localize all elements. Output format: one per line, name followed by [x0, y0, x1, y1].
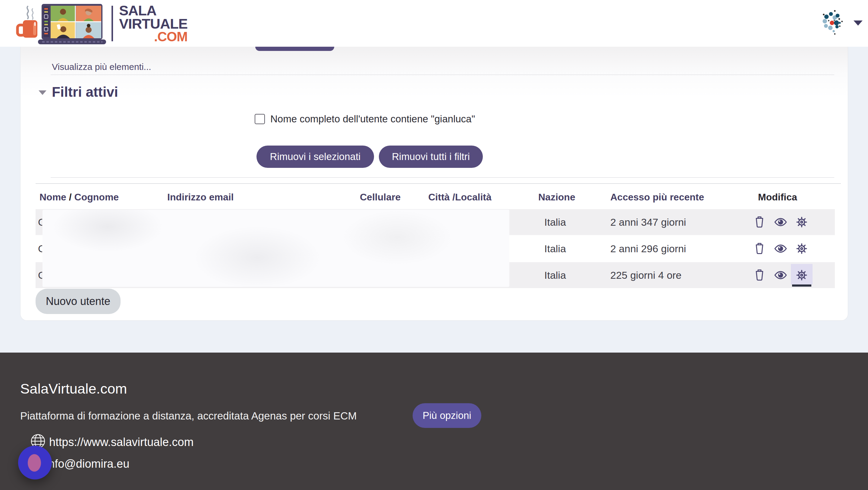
- page: SALA VIRTUALE .COM Visualizza più: [0, 0, 868, 490]
- cell-nazione: Italia: [544, 269, 566, 281]
- redacted-data-overlay: [42, 210, 509, 287]
- footer-title: SalaVirtuale.com: [20, 380, 127, 397]
- footer-website-link[interactable]: https://www.salavirtuale.com: [49, 436, 193, 449]
- divider: [51, 74, 834, 75]
- table-top-border: [36, 183, 841, 184]
- chat-floating-button-logo: [28, 454, 41, 471]
- footer-email-link[interactable]: info@diomira.eu: [46, 457, 129, 470]
- column-header-citta[interactable]: Città /Località: [428, 192, 492, 203]
- chat-floating-button[interactable]: [18, 446, 52, 480]
- trash-icon[interactable]: [753, 269, 766, 282]
- divider: [51, 177, 834, 178]
- new-user-button[interactable]: Nuovo utente: [36, 289, 121, 314]
- site-header: SALA VIRTUALE .COM: [0, 0, 868, 47]
- redacted-name-fragment: C: [38, 216, 42, 228]
- show-more-link[interactable]: Visualizza più elementi...: [52, 62, 151, 72]
- chevron-down-icon[interactable]: [854, 21, 863, 26]
- filter-checkbox-label: Nome completo dell'utente contiene "gian…: [270, 113, 475, 125]
- column-header-cellulare[interactable]: Cellulare: [360, 192, 401, 203]
- eye-icon[interactable]: [774, 242, 787, 255]
- column-header-email[interactable]: Indirizzo email: [167, 192, 234, 203]
- logo-text-line2: VIRTUALE: [119, 17, 187, 30]
- more-options-button[interactable]: Più opzioni: [412, 403, 481, 428]
- column-header-separator: /: [69, 192, 72, 203]
- avatar[interactable]: [820, 8, 848, 36]
- remove-selected-button[interactable]: Rimuovi i selezionati: [256, 146, 374, 168]
- eye-icon[interactable]: [774, 269, 787, 282]
- footer-tagline: Piattaforma di formazione a distanza, ac…: [20, 410, 357, 422]
- site-logo[interactable]: SALA VIRTUALE .COM: [9, 0, 187, 47]
- filters-title: Filtri attivi: [52, 84, 118, 100]
- redacted-name-fragment: C: [38, 269, 42, 281]
- logo-divider: [112, 6, 113, 41]
- eye-icon[interactable]: [774, 215, 787, 229]
- filter-checkbox-row[interactable]: Nome completo dell'utente contiene "gian…: [255, 113, 475, 125]
- redacted-name-fragment: C: [38, 243, 42, 255]
- filters-collapse-icon[interactable]: [38, 90, 46, 95]
- column-header-modifica: Modifica: [758, 192, 797, 203]
- cell-accesso: 2 anni 347 giorni: [610, 216, 686, 228]
- logo-illustration: [9, 1, 108, 46]
- filter-checkbox[interactable]: [255, 114, 265, 124]
- user-menu[interactable]: [820, 8, 863, 36]
- column-header-nome[interactable]: Nome / Cognome: [39, 192, 119, 203]
- gear-icon[interactable]: [795, 269, 808, 282]
- remove-all-filters-button[interactable]: Rimuovi tutti i filtri: [379, 146, 483, 168]
- logo-text-line3: .COM: [119, 30, 187, 43]
- gear-icon[interactable]: [795, 242, 808, 255]
- cell-nazione: Italia: [544, 243, 566, 255]
- trash-icon[interactable]: [753, 242, 766, 255]
- gear-icon[interactable]: [795, 215, 808, 229]
- column-header-nazione[interactable]: Nazione: [538, 192, 575, 203]
- scrolled-button-remnant[interactable]: [255, 47, 334, 51]
- logo-text: SALA VIRTUALE .COM: [119, 4, 187, 43]
- cell-accesso: 2 anni 296 giorni: [610, 243, 686, 255]
- logo-text-line1: SALA: [119, 4, 187, 17]
- column-header-accesso[interactable]: Accesso più recente: [610, 192, 704, 203]
- cell-accesso: 225 giorni 4 ore: [610, 269, 681, 281]
- cell-nazione: Italia: [544, 216, 566, 228]
- column-header-cognome[interactable]: Cognome: [74, 192, 119, 203]
- trash-icon[interactable]: [753, 215, 766, 229]
